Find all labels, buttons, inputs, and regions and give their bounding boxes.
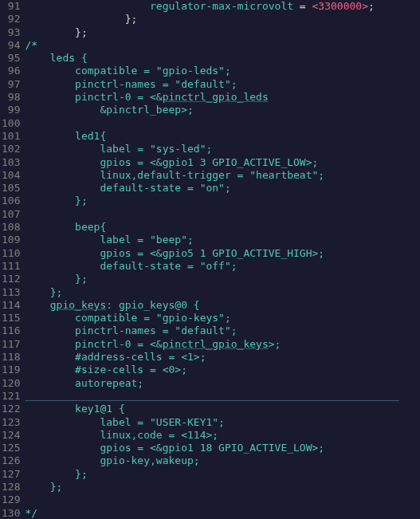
- code-token: pinctrl-0 = <&: [25, 91, 162, 103]
- code-token: led1{: [25, 130, 106, 142]
- line-number: 112: [2, 273, 20, 285]
- line-number: 105: [2, 182, 20, 195]
- line-number: 106: [2, 195, 20, 207]
- code-line[interactable]: [25, 493, 420, 506]
- code-token: pinctrl-names = "default";: [25, 324, 237, 336]
- code-line[interactable]: label = "beep";: [25, 234, 420, 246]
- code-line[interactable]: pinctrl-0 = <&pinctrl_gpio_leds: [25, 91, 420, 104]
- code-line[interactable]: */: [25, 507, 420, 519]
- code-line[interactable]: key1@1 {: [25, 403, 420, 415]
- code-line[interactable]: #size-cells = <0>;: [25, 364, 420, 376]
- code-line[interactable]: };: [25, 481, 420, 493]
- code-token: gpio-key,wakeup;: [25, 454, 199, 466]
- code-token: <3300000>: [312, 0, 368, 12]
- line-number: 95: [2, 52, 20, 65]
- code-token: };: [25, 26, 87, 38]
- code-token: pinctrl_gpio_keys: [163, 338, 269, 350]
- code-line[interactable]: };: [25, 468, 420, 481]
- code-token: #address-cells = <1>;: [25, 351, 206, 363]
- line-number: 92: [2, 13, 20, 26]
- line-number: 119: [2, 364, 20, 376]
- code-token: pinctrl-names = "default";: [25, 78, 237, 90]
- line-number: 127: [2, 468, 20, 481]
- code-token: gpio_keys: [50, 299, 106, 311]
- code-line[interactable]: gpios = <&gpio1 18 GPIO_ACTIVE_LOW>;: [25, 442, 420, 454]
- code-line[interactable]: gpios = <&gpio1 3 GPIO_ACTIVE_LOW>;: [25, 156, 420, 169]
- code-line[interactable]: compatible = "gpio-keys";: [25, 312, 420, 324]
- code-token: gpios = <&gpio1 18 GPIO_ACTIVE_LOW>;: [25, 442, 324, 454]
- code-line[interactable]: gpio-key,wakeup;: [25, 454, 420, 467]
- code-line[interactable]: default-state = "off";: [25, 260, 420, 273]
- line-number: 109: [2, 234, 20, 246]
- code-line[interactable]: [25, 208, 420, 221]
- code-token: label = "USER-KEY1";: [25, 416, 224, 428]
- code-line[interactable]: &pinctrl_beep>;: [25, 104, 420, 116]
- line-number: 117: [2, 338, 20, 351]
- line-number: 122: [2, 403, 20, 415]
- line-number: 108: [2, 221, 20, 234]
- line-number: 130: [2, 507, 20, 519]
- line-number: 123: [2, 416, 20, 429]
- line-number: 125: [2, 442, 20, 454]
- line-number: 93: [2, 26, 20, 39]
- code-token: ;: [368, 0, 375, 12]
- code-token: [25, 299, 49, 311]
- code-token: #size-cells = <0>;: [25, 364, 187, 375]
- code-token: [25, 0, 150, 12]
- code-token: >;: [269, 338, 281, 350]
- code-token: linux,code = <114>;: [25, 429, 218, 441]
- line-number: 103: [2, 156, 20, 169]
- code-token: compatible = "gpio-keys";: [25, 312, 230, 324]
- code-line[interactable]: [25, 390, 420, 403]
- code-line[interactable]: [25, 117, 420, 130]
- code-line[interactable]: label = "sys-led";: [25, 143, 420, 155]
- code-line[interactable]: autorepeat;: [25, 377, 420, 390]
- code-token: };: [25, 13, 137, 25]
- code-line[interactable]: default-state = "on";: [25, 182, 420, 195]
- code-line[interactable]: };: [25, 26, 420, 39]
- code-token: };: [25, 273, 87, 285]
- code-line[interactable]: pinctrl-names = "default";: [25, 324, 420, 337]
- code-line[interactable]: regulator-max-microvolt = <3300000>;: [25, 0, 420, 13]
- code-line[interactable]: gpio_keys: gpio_keys@0 {: [25, 299, 420, 312]
- line-number: 124: [2, 429, 20, 442]
- code-line[interactable]: label = "USER-KEY1";: [25, 416, 420, 429]
- code-line[interactable]: leds {: [25, 52, 420, 65]
- code-token: leds {: [25, 52, 87, 64]
- code-line[interactable]: led1{: [25, 130, 420, 143]
- line-number: 96: [2, 65, 20, 77]
- code-line[interactable]: pinctrl-names = "default";: [25, 78, 420, 91]
- code-line[interactable]: compatible = "gpio-leds";: [25, 65, 420, 77]
- code-content[interactable]: regulator-max-microvolt = <3300000>; }; …: [25, 0, 420, 519]
- code-line[interactable]: };: [25, 273, 420, 285]
- code-token: */: [25, 507, 37, 519]
- code-token: label = "sys-led";: [25, 143, 212, 155]
- line-number: 104: [2, 169, 20, 182]
- code-token: gpios = <&gpio1 3 GPIO_ACTIVE_LOW>;: [25, 156, 318, 168]
- code-line[interactable]: linux,default-trigger = "heartbeat";: [25, 169, 420, 182]
- code-line[interactable]: /*: [25, 39, 420, 52]
- line-number: 128: [2, 481, 20, 493]
- code-token: [25, 390, 399, 402]
- code-line[interactable]: beep{: [25, 221, 420, 234]
- code-token: default-state = "off";: [25, 260, 237, 272]
- line-number: 113: [2, 286, 20, 299]
- code-token: gpios = <&gpio5 1 GPIO_ACTIVE_HIGH>;: [25, 247, 324, 259]
- code-line[interactable]: };: [25, 195, 420, 207]
- code-line[interactable]: };: [25, 13, 420, 26]
- code-line[interactable]: pinctrl-0 = <&pinctrl_gpio_keys>;: [25, 338, 420, 351]
- code-token: };: [25, 195, 87, 206]
- line-number: 121: [2, 390, 20, 403]
- code-token: default-state = "on";: [25, 182, 230, 194]
- code-token: autorepeat;: [25, 377, 143, 389]
- code-token: regulator-max-microvolt: [150, 0, 293, 12]
- code-editor[interactable]: 9192939495969798991001011021031041051061…: [0, 0, 420, 519]
- code-token: beep{: [25, 221, 106, 233]
- code-line[interactable]: linux,code = <114>;: [25, 429, 420, 442]
- code-line[interactable]: };: [25, 286, 420, 299]
- code-line[interactable]: gpios = <&gpio5 1 GPIO_ACTIVE_HIGH>;: [25, 247, 420, 260]
- code-line[interactable]: #address-cells = <1>;: [25, 351, 420, 364]
- code-token: };: [25, 286, 62, 298]
- line-number: 129: [2, 493, 20, 506]
- line-number: 94: [2, 39, 20, 52]
